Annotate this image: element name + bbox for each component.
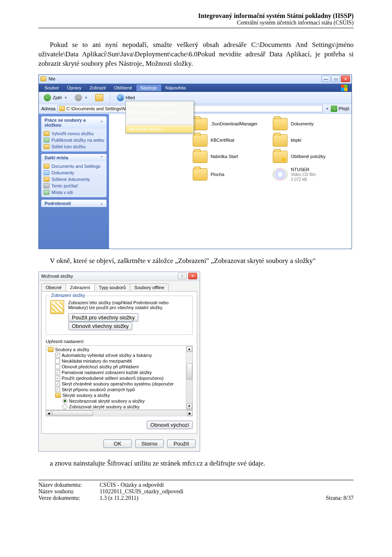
sidebar-item-network-places[interactable]: Místa v síti — [44, 189, 104, 196]
apply-button[interactable]: Použít — [167, 439, 196, 448]
tab-general[interactable]: Obecné — [41, 283, 66, 291]
footer-value-3: 1.3 (z 11.2.2011) — [100, 495, 138, 501]
file-item[interactable]: Dokumenty — [272, 116, 349, 132]
scroll-thumb[interactable] — [187, 363, 192, 380]
panel-title: Další místa — [45, 155, 68, 160]
tab-offline[interactable]: Soubory offline — [130, 283, 169, 291]
folder-icon — [44, 177, 49, 182]
help-button[interactable]: ? — [178, 273, 187, 279]
forward-button[interactable]: →▼ — [72, 93, 90, 102]
sidebar-item-my-computer[interactable]: Tento počítač — [44, 183, 104, 189]
tree-item[interactable]: ✓Automaticky vyhledat síťové složky a ti… — [48, 352, 191, 358]
menu-item-map-drive[interactable]: Připojit síťovou jednotku... — [126, 101, 194, 109]
footer-value-1: CSÚIS - Otázky a odpovědi — [100, 482, 164, 488]
scroll-right-icon[interactable]: ▶ — [187, 410, 193, 416]
file-item[interactable]: Oblíbené položky — [272, 149, 349, 165]
apply-all-folders-button[interactable]: Použít pro všechny složky — [68, 313, 138, 322]
advanced-label: Upřesnit nastavení: — [46, 339, 193, 344]
paragraph-1: Pokud se to ani nyní nepodaří, smažte ve… — [38, 40, 354, 69]
tree-item: Soubory a složky — [48, 347, 191, 352]
checkbox-icon[interactable] — [55, 364, 60, 369]
tab-file-types[interactable]: Typy souborů — [94, 283, 130, 291]
tree-item[interactable]: Nezobrazovat skryté soubory a složky — [48, 398, 191, 404]
folder-icon — [44, 164, 49, 169]
scroll-thumb[interactable] — [52, 410, 93, 416]
menu-item-folder-options[interactable]: Možnosti složky... — [126, 125, 194, 133]
tree-item[interactable]: ✓Použít zjednodušené sdílení souborů (do… — [48, 375, 191, 381]
maximize-button[interactable]: ▭ — [331, 76, 340, 82]
close-button[interactable]: ✕ — [188, 273, 197, 279]
file-item[interactable]: Nabídka Start — [192, 149, 269, 165]
tree-item[interactable]: Neukládat miniatury do mezipaměti — [48, 358, 191, 364]
menu-nastroje[interactable]: Nástroje — [136, 85, 161, 91]
folder-options-dialog: Možnosti složky ? ✕ Obecné Zobrazení Typ… — [38, 272, 200, 452]
address-dropdown-icon[interactable]: ▼ — [325, 107, 329, 111]
menu-item-unmap-drive[interactable]: Odpojit síťovou jednotku... — [126, 109, 194, 116]
sidebar-item-documents[interactable]: Dokumenty — [44, 169, 104, 176]
explorer-sidebar: Práce se soubory a složkou⌃ Vytvořit nov… — [39, 114, 109, 249]
checkbox-icon[interactable]: ✓ — [55, 381, 60, 386]
ok-button[interactable]: OK — [103, 439, 132, 448]
chevron-up-icon[interactable]: ⌃ — [100, 156, 103, 160]
folder-icon — [193, 118, 207, 130]
restore-defaults-button[interactable]: Obnovit výchozí — [147, 421, 193, 429]
tree-item[interactable]: Obnovit předchozí složky při přihlášení — [48, 364, 191, 370]
folder-icon — [193, 151, 207, 163]
scroll-up-icon[interactable]: ▲ — [187, 346, 192, 352]
up-button[interactable] — [93, 93, 106, 102]
sidebar-item-shared-docs[interactable]: Sdílené dokumenty — [44, 176, 104, 183]
sidebar-item-publish[interactable]: Publikovat složky na webu — [44, 137, 104, 143]
radio-icon[interactable] — [62, 404, 67, 409]
file-item[interactable]: Plocha — [192, 165, 269, 184]
file-item[interactable]: .SunDownloadManager — [192, 116, 269, 132]
horizontal-scrollbar[interactable]: ◀ ▶ — [46, 410, 193, 417]
menu-napoveda[interactable]: Nápověda — [161, 85, 190, 91]
menu-upravy[interactable]: Úpravy — [63, 85, 85, 91]
minimize-button[interactable]: — — [321, 76, 330, 82]
radio-icon[interactable] — [62, 399, 67, 403]
explorer-toolbar: ←Zpět▼ →▼ 🔍Hled — [39, 92, 352, 104]
documents-icon — [44, 170, 49, 175]
checkbox-icon[interactable]: ✓ — [55, 370, 60, 375]
go-button[interactable]: →Přejít — [331, 105, 349, 112]
cancel-button[interactable]: Storno — [135, 439, 164, 448]
reset-all-folders-button[interactable]: Obnovit všechny složky — [68, 322, 132, 330]
scroll-left-icon[interactable]: ◀ — [46, 410, 51, 416]
computer-icon — [44, 183, 49, 188]
chevron-up-icon[interactable]: ⌃ — [100, 120, 103, 125]
tree-item[interactable]: ✓Skrýt chráněné soubory operačního systé… — [48, 381, 191, 387]
folder-icon — [193, 168, 207, 180]
checkbox-icon[interactable]: ✓ — [55, 376, 60, 381]
close-button[interactable]: ✕ — [341, 76, 350, 82]
chevron-down-icon[interactable]: ⌄ — [100, 201, 103, 205]
file-item[interactable]: NTUSERVideo CD film3 072 kB — [272, 165, 349, 184]
dialog-actions: OK Storno Použít — [39, 436, 200, 451]
vertical-scrollbar[interactable]: ▲ ▼ — [186, 346, 192, 410]
tree-item[interactable]: Zobrazovat skryté soubory a složky — [48, 404, 191, 410]
menu-soubor[interactable]: Soubor — [40, 85, 63, 91]
explorer-content: .SunDownloadManager Dokumenty KBCertifik… — [109, 114, 352, 249]
back-button[interactable]: ←Zpět▼ — [41, 93, 70, 102]
footer-label-3: Verze dokumentu: — [38, 495, 100, 501]
explorer-window: Nie — ▭ ✕ Soubor Úpravy Zobrazit Oblíben… — [38, 74, 352, 249]
tree-item[interactable]: ✓Pamatovat nastavení zobrazení každé slo… — [48, 370, 191, 375]
menu-item-sync[interactable]: Synchronizovat... — [126, 116, 194, 123]
explorer-titlebar: Nie — ▭ ✕ — [39, 75, 352, 84]
checkbox-icon[interactable]: ✓ — [55, 387, 60, 392]
file-item[interactable]: KBCertifikat — [192, 133, 269, 148]
tree-item[interactable]: ✓Skrýt příponu souborů známých typů — [48, 387, 191, 392]
panel-title: Podrobnosti — [45, 201, 71, 206]
sidebar-item-new-folder[interactable]: Vytvořit novou složku — [44, 130, 104, 137]
sidebar-item-docs-settings[interactable]: Documents and Settings — [44, 163, 104, 169]
sidebar-panel-details: Podrobnosti⌄ — [41, 200, 107, 207]
tab-view[interactable]: Zobrazení — [66, 283, 95, 291]
checkbox-icon[interactable] — [55, 359, 60, 363]
file-item[interactable]: kbpki — [272, 133, 349, 148]
checkbox-icon[interactable]: ✓ — [55, 353, 60, 358]
scroll-down-icon[interactable]: ▼ — [187, 403, 192, 409]
folder-icon — [59, 106, 65, 111]
menu-oblibene[interactable]: Oblíbené — [110, 85, 136, 91]
explorer-menubar: Soubor Úpravy Zobrazit Oblíbené Nástroje… — [39, 84, 352, 92]
menu-zobrazit[interactable]: Zobrazit — [85, 85, 110, 91]
sidebar-item-share[interactable]: Sdílet tuto složku — [44, 143, 104, 150]
